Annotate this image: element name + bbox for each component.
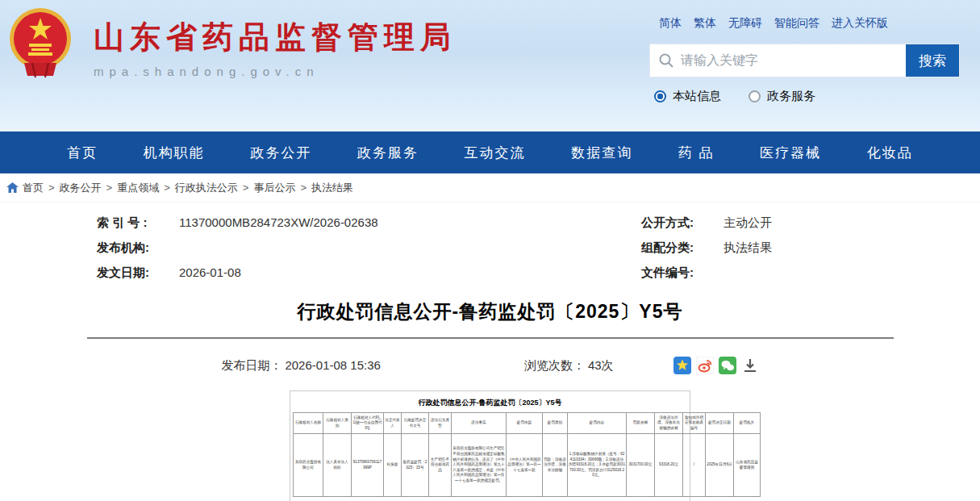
- col-party-type: 行政相对人类别: [323, 413, 352, 434]
- meta-disclosure-method: 公开方式: 主动公开: [641, 215, 980, 230]
- col-violation-type: 违法行为类型: [429, 413, 452, 434]
- col-legal-rep: 法定代表人: [384, 413, 402, 434]
- view-count: 浏览次数：43次: [524, 358, 614, 374]
- home-icon: [6, 182, 19, 194]
- col-credit-code: 行政相对人代码_1(统一社会信用代码): [352, 413, 384, 434]
- cell-violation-type: 生产销售不符合标准药品: [429, 434, 452, 497]
- share-toolbar: [673, 357, 759, 374]
- search-input[interactable]: [681, 53, 898, 68]
- col-decision-doc-no: 行政处罚决定书文号: [402, 413, 429, 434]
- cell-penalty-basis: 《中华人民共和国药品管理法》第一百一十七条第一款: [507, 434, 543, 497]
- wechat-share-icon[interactable]: [719, 357, 736, 374]
- penalty-table-title: 行政处罚信息公开-鲁药监处罚〔2025〕Y5号: [293, 398, 687, 408]
- penalty-table-row: 辰欣药业股份有限公司 法人及非法人组织 91370800706117999P 杜…: [294, 434, 761, 497]
- nav-drugs[interactable]: 药 品: [678, 144, 715, 162]
- col-license-revocation: 暂扣或吊销证照名称及编号: [683, 413, 706, 434]
- link-accessibility[interactable]: 无障碍: [728, 16, 762, 31]
- nav-gov-disclosure[interactable]: 政务公开: [250, 144, 311, 162]
- radio-site-info[interactable]: 本站信息: [654, 89, 721, 104]
- main-navigation: 首页 机构职能 政务公开 政务服务 互动交流 数据查询 药 品 医疗器械 化妆品: [0, 132, 980, 173]
- title-divider: [87, 337, 894, 339]
- link-smart-qa[interactable]: 智能问答: [774, 16, 819, 31]
- col-penalty-category: 处罚类别: [543, 413, 568, 434]
- link-simplified[interactable]: 简体: [659, 16, 682, 31]
- nav-functions[interactable]: 机构职能: [144, 144, 205, 162]
- breadcrumb-gov-disclosure[interactable]: 政务公开: [60, 181, 102, 195]
- penalty-table-container: 行政处罚信息公开-鲁药监处罚〔2025〕Y5号 行政相对人名称 行政相对人类别 …: [290, 390, 690, 501]
- breadcrumb-law-enforcement[interactable]: 行政执法公示: [175, 181, 238, 195]
- link-care-version[interactable]: 进入关怀版: [832, 16, 888, 31]
- col-penalty-content: 处罚内容: [568, 413, 627, 434]
- search-icon: [658, 52, 674, 69]
- meta-category: 组配分类: 执法结果: [641, 240, 980, 255]
- radio-selected-icon[interactable]: [654, 90, 666, 102]
- meta-publishing-agency: 发布机构:: [97, 240, 641, 255]
- breadcrumb: 首页> 政务公开> 重点领域> 行政执法公示> 事后公示> 执法结果: [0, 173, 980, 202]
- cell-penalty-authority: 山东省药品监督管理局: [734, 434, 761, 497]
- penalty-table: 行政相对人名称 行政相对人类别 行政相对人代码_1(统一社会信用代码) 法定代表…: [293, 412, 761, 497]
- col-party-name: 行政相对人名称: [294, 413, 323, 434]
- search-scope-options: 本站信息 政务服务: [654, 89, 964, 104]
- col-penalty-basis: 处罚依据: [507, 413, 543, 434]
- col-confiscation-amount: 没收违法所得、没收非法财物的金额: [655, 413, 683, 434]
- cell-fine-amount: 3031700.00元: [627, 434, 655, 497]
- download-icon[interactable]: [741, 357, 759, 374]
- link-traditional[interactable]: 繁体: [694, 16, 716, 31]
- site-brand: 山东省药品监督管理局 mpa.shandong.gov.cn: [8, 5, 457, 79]
- breadcrumb-home[interactable]: 首页: [23, 181, 44, 195]
- cell-penalty-category: 罚款；没收违法所得，没收非法财物: [543, 434, 568, 497]
- national-emblem-logo: [8, 5, 73, 79]
- cell-decision-doc-no: 鲁药监处罚〔2025〕15号: [402, 434, 429, 497]
- site-title: 山东省药品监督管理局: [94, 19, 457, 56]
- search-bar: 搜索: [649, 44, 960, 77]
- cell-credit-code: 91370800706117999P: [352, 434, 384, 497]
- page-title: 行政处罚信息公开-鲁药监处罚〔2025〕Y5号: [0, 299, 980, 324]
- quick-links: 简体 繁体 无障碍 智能问答 进入关怀版: [659, 16, 964, 31]
- cell-party-type: 法人及非法人组织: [323, 434, 352, 497]
- search-button[interactable]: 搜索: [906, 44, 959, 77]
- weibo-share-icon[interactable]: [696, 357, 714, 374]
- cell-party-name: 辰欣药业股份有限公司: [294, 434, 323, 497]
- breadcrumb-key-areas[interactable]: 重点领域: [117, 181, 159, 195]
- nav-interaction[interactable]: 互动交流: [465, 144, 526, 162]
- cell-legal-rep: 杜振新: [384, 434, 402, 497]
- document-meta: 索 引 号 : 11370000MB284723XW/2026-02638 发布…: [0, 202, 980, 280]
- radio-gov-services[interactable]: 政务服务: [749, 89, 815, 104]
- col-penalty-authority: 处罚机关: [734, 413, 761, 434]
- site-domain: mpa.shandong.gov.cn: [94, 65, 457, 78]
- col-decision-date: 处罚决定日期: [706, 413, 734, 434]
- nav-home[interactable]: 首页: [67, 144, 98, 162]
- penalty-table-header-row: 行政相对人名称 行政相对人类别 行政相对人代码_1(统一社会信用代码) 法定代表…: [294, 413, 761, 434]
- cell-violation-facts: 辰欣药业股份有限公司生产销售不符合国家药品标准规定碳酸氢钠注射液的行为，违反了《…: [452, 434, 507, 497]
- publish-date: 发布日期：2026-01-08 15:36: [221, 358, 380, 374]
- publish-info-row: 发布日期：2026-01-08 15:36 浏览次数：43次: [0, 357, 980, 374]
- col-violation-facts: 违法事实: [452, 413, 507, 434]
- cell-penalty-content: 1.没收碳酸氢钠注射液（批号：624110334）30666瓶；2.没收违法所得…: [568, 434, 627, 497]
- cell-decision-date: 2025年11月6日: [706, 434, 734, 497]
- meta-index-no: 索 引 号 : 11370000MB284723XW/2026-02638: [97, 215, 641, 230]
- cell-confiscation-amount: 93318.20元: [655, 434, 683, 497]
- breadcrumb-enforcement-results[interactable]: 执法结果: [311, 181, 353, 195]
- radio-unselected-icon[interactable]: [749, 90, 761, 102]
- col-fine-amount: 罚款金额: [627, 413, 655, 434]
- meta-doc-number: 文件编号:: [641, 265, 980, 280]
- nav-cosmetics[interactable]: 化妆品: [867, 144, 913, 162]
- nav-data-query[interactable]: 数据查询: [571, 144, 632, 162]
- breadcrumb-post-disclosure[interactable]: 事后公示: [253, 181, 295, 195]
- site-header: 山东省药品监督管理局 mpa.shandong.gov.cn 简体 繁体 无障碍…: [0, 0, 980, 132]
- cell-license-revocation: /: [683, 434, 706, 497]
- nav-medical-devices[interactable]: 医疗器械: [760, 144, 821, 162]
- nav-gov-services[interactable]: 政务服务: [357, 144, 419, 162]
- meta-issue-date: 发文日期: 2026-01-08: [97, 265, 641, 280]
- qzone-share-icon[interactable]: [673, 357, 691, 374]
